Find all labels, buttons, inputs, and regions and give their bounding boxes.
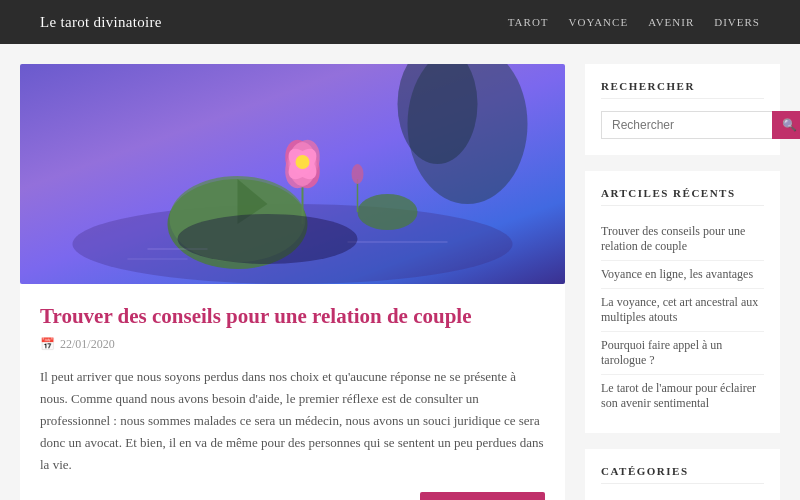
svg-point-17 [178,214,358,264]
recent-articles-title: ARTCILES RÉCENTS [601,187,764,206]
post-body: Trouver des conseils pour une relation d… [20,284,565,500]
svg-point-4 [358,194,418,230]
category-item[interactable]: Avenir [601,496,764,500]
search-widget-title: RECHERCHER [601,80,764,99]
svg-point-11 [296,155,310,169]
categories-list: Avenir Divers Tarot Voyance [601,496,764,500]
recent-item[interactable]: La voyance, cet art ancestral aux multip… [601,289,764,332]
recent-item[interactable]: Le tarot de l'amour pour éclairer son av… [601,375,764,417]
search-button[interactable]: 🔍 [772,111,800,139]
svg-point-13 [352,164,364,184]
categories-title: CATÉGORIES [601,465,764,484]
categories-widget: CATÉGORIES Avenir Divers Tarot Voyance [585,449,780,500]
calendar-icon: 📅 [40,337,55,352]
post-image [20,64,565,284]
nav-voyance[interactable]: VOYANCE [569,16,629,28]
post-date: 22/01/2020 [60,337,115,352]
recent-item[interactable]: Pourquoi faire appel à un tarologue ? [601,332,764,375]
search-widget: RECHERCHER 🔍 [585,64,780,155]
main-content: Trouver des conseils pour une relation d… [20,64,565,500]
search-input[interactable] [601,111,772,139]
post-title: Trouver des conseils pour une relation d… [40,304,545,329]
post-excerpt: Il peut arriver que nous soyons perdus d… [40,366,545,476]
recent-articles-widget: ARTCILES RÉCENTS Trouver des conseils po… [585,171,780,433]
recent-item[interactable]: Voyance en ligne, les avantages [601,261,764,289]
read-more-button[interactable]: LIRE LA SUITE [420,492,545,500]
nav-avenir[interactable]: AVENIR [648,16,694,28]
recent-articles-list: Trouver des conseils pour une relation d… [601,218,764,417]
page-container: Trouver des conseils pour une relation d… [10,44,790,500]
post-meta: 📅 22/01/2020 [40,337,545,352]
main-nav: TAROT VOYANCE AVENIR DIVERS [508,16,760,28]
header: Le tarot divinatoire TAROT VOYANCE AVENI… [0,0,800,44]
sidebar: RECHERCHER 🔍 ARTCILES RÉCENTS Trouver de… [585,64,780,500]
nav-divers[interactable]: DIVERS [714,16,760,28]
search-form: 🔍 [601,111,764,139]
recent-item[interactable]: Trouver des conseils pour une relation d… [601,218,764,261]
nav-tarot[interactable]: TAROT [508,16,549,28]
site-title: Le tarot divinatoire [40,14,162,31]
